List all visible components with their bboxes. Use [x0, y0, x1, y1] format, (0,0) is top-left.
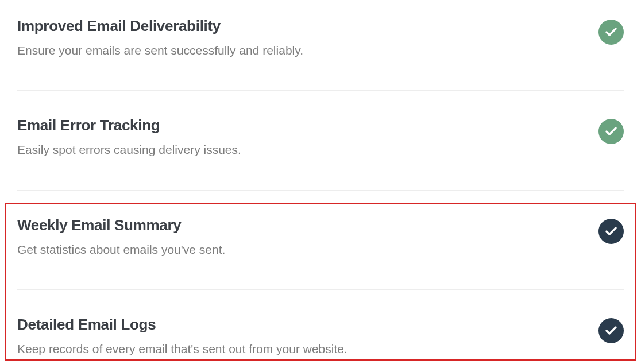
- feature-description: Get statistics about emails you've sent.: [17, 241, 598, 258]
- feature-title: Improved Email Deliverability: [17, 17, 598, 35]
- feature-row-detailed-logs: Detailed Email Logs Keep records of ever…: [17, 316, 624, 357]
- checkmark-icon: [598, 219, 624, 244]
- checkmark-icon: [598, 318, 624, 343]
- feature-title: Email Error Tracking: [17, 117, 598, 134]
- checkmark-icon: [598, 119, 624, 144]
- feature-text: Detailed Email Logs Keep records of ever…: [17, 316, 598, 357]
- feature-description: Keep records of every email that's sent …: [17, 340, 598, 357]
- feature-text: Improved Email Deliverability Ensure you…: [17, 17, 598, 59]
- feature-title: Weekly Email Summary: [17, 216, 598, 234]
- feature-title: Detailed Email Logs: [17, 316, 598, 334]
- feature-row-improved-deliverability: Improved Email Deliverability Ensure you…: [17, 17, 624, 91]
- feature-row-error-tracking: Email Error Tracking Easily spot errors …: [17, 117, 624, 190]
- features-list: Improved Email Deliverability Ensure you…: [0, 0, 641, 358]
- feature-description: Easily spot errors causing delivery issu…: [17, 141, 598, 158]
- feature-row-weekly-summary: Weekly Email Summary Get statistics abou…: [17, 216, 624, 290]
- feature-text: Email Error Tracking Easily spot errors …: [17, 117, 598, 158]
- feature-description: Ensure your emails are sent successfully…: [17, 42, 598, 59]
- feature-text: Weekly Email Summary Get statistics abou…: [17, 216, 598, 258]
- checkmark-icon: [598, 20, 624, 45]
